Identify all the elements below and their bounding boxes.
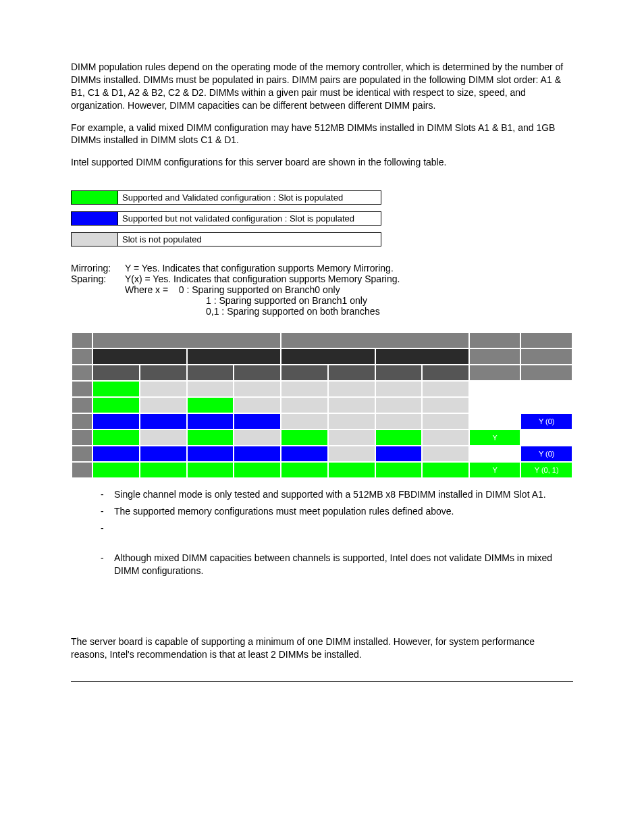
legend-blue: Supported but not validated configuratio… xyxy=(71,211,381,226)
cell-sparing: Y (0, 1) xyxy=(521,463,572,477)
cell-mirror: Y xyxy=(470,430,520,445)
swatch-blue xyxy=(71,211,118,226)
list-item: The supported memory configurations must… xyxy=(95,505,573,518)
def-mirroring-text: Y = Yes. Indicates that configuration su… xyxy=(125,263,573,273)
cell-sparing: Y (0) xyxy=(521,446,572,461)
def-sparing-text: Y(x) = Yes. Indicates that configuration… xyxy=(125,273,573,284)
table-row xyxy=(72,398,572,413)
def-mirroring: Mirroring: Y = Yes. Indicates that confi… xyxy=(71,263,573,273)
legend-green-text: Supported and Validated configuration : … xyxy=(118,190,381,205)
paragraph-rules: DIMM population rules depend on the oper… xyxy=(71,61,573,112)
swatch-green xyxy=(71,190,118,205)
footer-rule xyxy=(71,681,573,682)
cell-mirror: Y xyxy=(470,463,520,477)
legend-grey: Slot is not populated xyxy=(71,232,381,246)
list-item: Although mixed DIMM capacities between c… xyxy=(95,552,573,577)
table-row: Y xyxy=(72,430,572,445)
def-x1: 1 : Sparing supported on Branch1 only xyxy=(206,295,573,306)
def-where: Where x = 0 : Sparing supported on Branc… xyxy=(125,284,573,295)
def-sparing: Sparing: Y(x) = Yes. Indicates that conf… xyxy=(71,273,573,284)
legend-green: Supported and Validated configuration : … xyxy=(71,190,381,205)
table-header-row-2 xyxy=(72,349,572,364)
notes-list: Single channel mode is only tested and s… xyxy=(95,488,573,518)
cell-sparing: Y (0) xyxy=(521,414,572,429)
config-table: Y (0) Y Y (0) Y Y (0, 1) xyxy=(71,332,573,479)
def-x0: 0 : Sparing supported on Branch0 only xyxy=(179,284,340,295)
table-row: Y Y (0, 1) xyxy=(72,463,572,477)
legend-blue-text: Supported but not validated configuratio… xyxy=(118,211,381,226)
def-sparing-label: Sparing: xyxy=(71,273,125,284)
table-row xyxy=(72,382,572,396)
table-row: Y (0) xyxy=(72,446,572,461)
page: DIMM population rules depend on the oper… xyxy=(0,0,644,709)
def-where-label: Where x = xyxy=(125,284,168,295)
paragraph-example: For example, a valid mixed DIMM configur… xyxy=(71,122,573,147)
swatch-grey xyxy=(71,232,118,246)
legend-grey-text: Slot is not populated xyxy=(118,232,381,246)
table-header-row-3 xyxy=(72,365,572,380)
list-item: Single channel mode is only tested and s… xyxy=(95,488,573,501)
paragraph-minimum: The server board is capable of supportin… xyxy=(71,635,573,661)
table-header-row-1 xyxy=(72,333,572,348)
notes-list-2: Although mixed DIMM capacities between c… xyxy=(95,552,573,577)
def-mirroring-label: Mirroring: xyxy=(71,263,125,273)
paragraph-supported: Intel supported DIMM configurations for … xyxy=(71,156,573,169)
table-row: Y (0) xyxy=(72,414,572,429)
def-x01: 0,1 : Sparing supported on both branches xyxy=(206,306,573,317)
